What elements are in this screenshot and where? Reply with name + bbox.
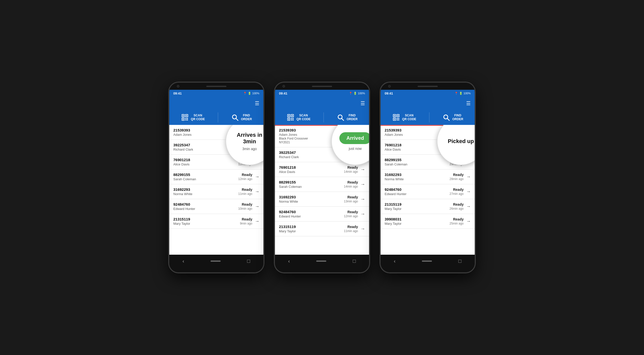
arrow-btn[interactable]: → (360, 167, 365, 172)
order-time: 25min ago (450, 222, 464, 225)
order-item-3-3[interactable]: 31692293 Norma White Ready 28min ago → (381, 169, 475, 184)
order-item-2-3[interactable]: 88299155 Sarah Coleman Ready 14min ago → (275, 177, 369, 192)
order-name: Norma White (279, 200, 344, 203)
order-status: Ready (347, 225, 358, 229)
svg-rect-9 (187, 119, 188, 120)
order-item-1-6[interactable]: 21315119 Mary Taylor Ready 9min ago → (169, 214, 263, 229)
hamburger-icon-2[interactable]: ☰ (360, 100, 365, 106)
battery-text-3: 100% (464, 92, 471, 95)
battery-text-2: 100% (358, 92, 365, 95)
arrow-btn[interactable]: → (360, 182, 365, 187)
order-id: 76901218 (279, 165, 344, 169)
location-icon-2: 📍 (349, 92, 352, 95)
find-order-btn-2[interactable]: FIND ORDER (337, 113, 357, 121)
arrow-btn[interactable]: → (466, 174, 471, 180)
order-item-3-5[interactable]: 21315119 Mary Taylor Ready 26min ago → (381, 199, 475, 214)
svg-rect-17 (288, 119, 289, 120)
order-item-1-5[interactable]: 92484760 Edward Hunter Ready 10min ago → (169, 199, 263, 214)
arrow-btn[interactable]: → (255, 174, 259, 180)
order-id: 88299155 (279, 180, 344, 184)
order-time: 13min ago (344, 200, 358, 203)
order-id: 88299155 (385, 158, 450, 162)
order-info: 31692293 Norma White (279, 195, 344, 203)
scan-qr-btn-2[interactable]: SCAN QR CODE (287, 113, 311, 121)
arrow-btn[interactable]: → (466, 204, 471, 209)
order-item-1-3[interactable]: 88299155 Sarah Coleman Ready 12min ago → (169, 169, 263, 184)
order-status-group: Ready 27min ago (450, 188, 464, 196)
back-btn-1[interactable]: ‹ (183, 258, 184, 264)
order-name: Edward Hunter (385, 192, 450, 196)
phone-top-bar-2 (275, 83, 369, 90)
order-id: 31692293 (173, 187, 238, 192)
recent-btn-2[interactable]: □ (353, 258, 356, 264)
front-camera-3 (388, 85, 391, 87)
order-status-group: Ready 13min ago (344, 195, 358, 203)
phone-top-bar-3 (381, 83, 475, 90)
battery-icon-3: 🔋 (459, 92, 463, 95)
order-name: Alice Davis (173, 162, 238, 166)
scan-qr-btn-1[interactable]: SCAN QR CODE (181, 113, 205, 121)
find-order-btn-3[interactable]: FIND ORDER (442, 113, 463, 121)
arrow-btn[interactable]: → (255, 219, 259, 224)
order-time: 9min ago (240, 222, 252, 225)
order-name: Mary Taylor (173, 222, 240, 226)
home-btn-3[interactable] (422, 260, 432, 262)
arrow-btn[interactable]: → (360, 211, 365, 217)
status-bar-3: 09:41 📍 🔋 100% (381, 90, 475, 97)
order-time: 12min ago (238, 177, 252, 181)
location-icon-3: 📍 (455, 92, 458, 95)
action-divider-3 (429, 112, 429, 122)
arrow-btn[interactable]: → (466, 189, 471, 194)
home-btn-2[interactable] (316, 260, 326, 262)
speaker-2 (312, 86, 332, 87)
svg-rect-29 (394, 119, 395, 120)
arrow-btn[interactable]: → (466, 219, 471, 224)
svg-rect-5 (183, 119, 184, 120)
find-order-btn-1[interactable]: FIND ORDER (231, 113, 252, 121)
order-item-3-6[interactable]: 39908031 Mary Taylor Ready 25min ago → (381, 214, 475, 229)
order-item-1-4[interactable]: 31692293 Norma White Ready 11min ago → (169, 184, 263, 199)
order-info: 88299155 Sarah Coleman (173, 172, 238, 181)
order-status: Ready (347, 210, 358, 214)
recent-btn-1[interactable]: □ (247, 258, 250, 264)
order-info: 92484760 Edward Hunter (173, 202, 238, 211)
home-btn-1[interactable] (211, 260, 221, 262)
order-time: 14min ago (344, 185, 358, 188)
order-item-2-5[interactable]: 92484760 Edward Hunter Ready 12min ago → (275, 207, 369, 221)
app-header-1: ☰ (169, 97, 263, 110)
scan-qr-btn-3[interactable]: SCAN QR CODE (392, 113, 416, 121)
order-name: Edward Hunter (173, 207, 238, 211)
order-item-3-4[interactable]: 92484760 Edward Hunter Ready 27min ago → (381, 184, 475, 199)
back-btn-3[interactable]: ‹ (394, 258, 396, 264)
arrow-btn[interactable]: → (255, 204, 259, 209)
status-bar-1: 09:41 📍 🔋 100% (169, 90, 263, 97)
phone-top-bar (169, 83, 263, 90)
arrow-btn[interactable]: → (255, 189, 259, 194)
svg-rect-7 (187, 118, 188, 119)
hamburger-icon-3[interactable]: ☰ (466, 100, 471, 106)
order-item-2-6[interactable]: 21315119 Mary Taylor Ready 11min ago → (275, 221, 369, 236)
order-id: 21315119 (279, 225, 344, 229)
svg-rect-21 (293, 119, 294, 120)
order-item-2-4[interactable]: 31692293 Norma White Ready 13min ago → (275, 192, 369, 207)
arrow-btn[interactable]: → (360, 197, 365, 202)
bottom-nav-2: ‹ □ (275, 255, 369, 267)
recent-btn-3[interactable]: □ (458, 258, 461, 264)
order-info: 92484760 Edward Hunter (385, 187, 450, 196)
arrived-button[interactable]: Arrived (339, 132, 369, 144)
order-info: 21315119 Mary Taylor (279, 225, 344, 233)
phone-2: 09:41 📍 🔋 100% ☰ (274, 82, 370, 273)
back-btn-2[interactable]: ‹ (288, 258, 290, 264)
hamburger-icon-1[interactable]: ☰ (255, 100, 259, 106)
phone-3: 09:41 📍 🔋 100% ☰ (380, 82, 475, 273)
phone-3-wrapper: 09:41 📍 🔋 100% ☰ (380, 82, 475, 273)
order-time: 11min ago (344, 229, 358, 233)
arrow-btn[interactable]: → (360, 226, 365, 232)
order-status-group: Ready 14min ago (344, 180, 358, 188)
find-icon-1 (231, 113, 239, 121)
svg-line-11 (236, 118, 238, 120)
phone-1-wrapper: 09:41 📍 🔋 100% ☰ (169, 82, 264, 273)
order-status-group: Ready 25min ago (450, 217, 464, 225)
action-bar-3: SCAN QR CODE FIND ORDER (381, 110, 475, 125)
order-status: Ready (347, 195, 358, 199)
